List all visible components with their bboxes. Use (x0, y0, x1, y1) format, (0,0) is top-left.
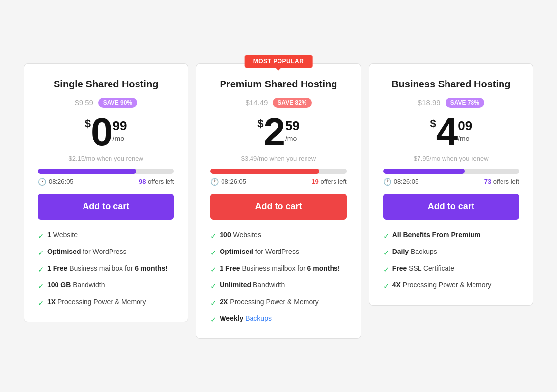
feature-item-business-0: ✓ All Benefits From Premium (383, 230, 519, 241)
progress-bar-container-single (38, 169, 174, 174)
plan-title-premium: Premium Shared Hosting (210, 79, 346, 90)
feature-item-business-3: ✓ 4X Processing Power & Memory (383, 280, 519, 291)
renew-text-business: $7.95/mo when you renew (383, 155, 519, 162)
check-icon-premium-0: ✓ (210, 231, 217, 241)
check-icon-business-2: ✓ (383, 264, 390, 275)
check-icon-premium-3: ✓ (210, 281, 217, 291)
check-icon-single-1: ✓ (38, 248, 44, 258)
feature-item-premium-1: ✓ Optimised for WordPress (210, 247, 346, 258)
save-badge-single: SAVE 90% (98, 98, 137, 108)
plan-title-single: Single Shared Hosting (38, 79, 174, 90)
progress-bar-business (383, 169, 465, 174)
renew-text-premium: $3.49/mo when you renew (210, 155, 346, 162)
clock-icon-business: 🕐 (383, 178, 391, 186)
feature-item-premium-4: ✓ 2X Processing Power & Memory (210, 297, 346, 308)
original-price-premium: $14.49 (245, 98, 268, 107)
card-premium: MOST POPULARPremium Shared Hosting $14.4… (196, 63, 361, 339)
check-icon-business-3: ✓ (383, 281, 390, 291)
offers-left-premium: 19 offers left (311, 178, 346, 185)
price-cents-premium: 59 (285, 118, 300, 134)
timer-value-business: 08:26:05 (394, 178, 419, 185)
price-cents-mo-business: 09 /mo (458, 112, 472, 142)
feature-text-single-4: 1X Processing Power & Memory (47, 297, 146, 307)
price-cents-single: 99 (113, 118, 127, 134)
timer-left-business: 🕐 08:26:05 (383, 178, 419, 186)
add-to-cart-btn-business[interactable]: Add to cart (383, 194, 519, 220)
feature-text-business-2: Free SSL Certificate (392, 264, 454, 274)
price-display-business: $ 4 09 /mo (383, 112, 519, 152)
feature-list-business: ✓ All Benefits From Premium ✓ Daily Back… (383, 230, 519, 291)
check-icon-single-4: ✓ (38, 298, 44, 308)
price-cents-mo-single: 99 /mo (113, 112, 127, 142)
check-icon-single-3: ✓ (38, 281, 44, 291)
feature-link-premium-5[interactable]: Backups (243, 314, 272, 322)
check-icon-single-0: ✓ (38, 231, 44, 241)
feature-item-premium-5: ✓ Weekly Backups (210, 314, 346, 325)
clock-icon-single: 🕐 (38, 178, 46, 186)
card-business: Business Shared Hosting $18.99 SAVE 78% … (369, 63, 533, 306)
card-single: Single Shared Hosting $9.59 SAVE 90% $ 0… (24, 63, 188, 322)
pricing-wrapper: Single Shared Hosting $9.59 SAVE 90% $ 0… (10, 44, 547, 349)
plan-title-business: Business Shared Hosting (383, 79, 519, 90)
feature-text-premium-5: Weekly Backups (220, 314, 272, 324)
price-main-business: 4 (436, 112, 458, 152)
progress-bar-container-premium (210, 169, 346, 174)
price-dollar-single: $ (85, 117, 91, 130)
timer-left-premium: 🕐 08:26:05 (210, 178, 246, 186)
timer-value-single: 08:26:05 (49, 178, 74, 185)
feature-text-premium-1: Optimised for WordPress (220, 247, 299, 257)
price-display-single: $ 0 99 /mo (38, 112, 174, 152)
feature-item-single-0: ✓ 1 Website (38, 230, 174, 241)
price-row-single: $9.59 SAVE 90% (38, 98, 174, 108)
check-icon-premium-4: ✓ (210, 298, 217, 308)
price-main-premium: 2 (263, 112, 285, 152)
feature-text-business-1: Daily Backups (392, 247, 437, 257)
feature-text-premium-0: 100 Websites (220, 230, 261, 240)
price-main-single: 0 (91, 112, 113, 152)
check-icon-premium-5: ✓ (210, 314, 217, 325)
price-mo-premium: /mo (285, 135, 300, 142)
feature-item-single-4: ✓ 1X Processing Power & Memory (38, 297, 174, 308)
check-icon-premium-2: ✓ (210, 264, 217, 275)
original-price-single: $9.59 (75, 98, 93, 107)
price-cents-business: 09 (458, 118, 472, 134)
progress-bar-container-business (383, 169, 519, 174)
feature-list-single: ✓ 1 Website ✓ Optimised for WordPress ✓ … (38, 230, 174, 308)
price-dollar-business: $ (430, 117, 436, 130)
feature-list-premium: ✓ 100 Websites ✓ Optimised for WordPress… (210, 230, 346, 325)
feature-text-single-2: 1 Free Business mailbox for 6 months! (47, 264, 167, 274)
save-badge-business: SAVE 78% (446, 98, 484, 108)
price-row-premium: $14.49 SAVE 82% (210, 98, 346, 108)
original-price-business: $18.99 (418, 98, 441, 107)
clock-icon-premium: 🕐 (210, 178, 219, 186)
check-icon-premium-1: ✓ (210, 248, 217, 258)
offers-left-single: 98 offers left (139, 178, 174, 185)
feature-text-single-0: 1 Website (47, 230, 78, 240)
feature-item-business-2: ✓ Free SSL Certificate (383, 264, 519, 275)
feature-text-premium-4: 2X Processing Power & Memory (220, 297, 319, 307)
feature-text-premium-3: Unlimited Bandwidth (220, 280, 285, 290)
add-to-cart-btn-premium[interactable]: Add to cart (210, 194, 346, 220)
feature-text-business-3: 4X Processing Power & Memory (392, 280, 492, 290)
feature-item-single-2: ✓ 1 Free Business mailbox for 6 months! (38, 264, 174, 275)
feature-item-single-1: ✓ Optimised for WordPress (38, 247, 174, 258)
feature-item-premium-2: ✓ 1 Free Business mailbox for 6 months! (210, 264, 346, 275)
most-popular-badge: MOST POPULAR (245, 55, 313, 68)
feature-text-business-0: All Benefits From Premium (392, 230, 481, 240)
timer-row-business: 🕐 08:26:05 73 offers left (383, 178, 519, 186)
check-icon-business-0: ✓ (383, 231, 390, 241)
price-mo-single: /mo (113, 135, 127, 142)
feature-item-premium-3: ✓ Unlimited Bandwidth (210, 280, 346, 291)
feature-item-premium-0: ✓ 100 Websites (210, 230, 346, 241)
save-badge-premium: SAVE 82% (273, 98, 311, 108)
price-row-business: $18.99 SAVE 78% (383, 98, 519, 108)
add-to-cart-btn-single[interactable]: Add to cart (38, 194, 174, 220)
offers-left-business: 73 offers left (484, 178, 519, 185)
price-cents-mo-premium: 59 /mo (285, 112, 300, 142)
price-dollar-premium: $ (257, 117, 263, 130)
renew-text-single: $2.15/mo when you renew (38, 155, 174, 162)
feature-text-single-3: 100 GB Bandwidth (47, 280, 105, 290)
feature-item-business-1: ✓ Daily Backups (383, 247, 519, 258)
check-icon-single-2: ✓ (38, 264, 44, 275)
price-display-premium: $ 2 59 /mo (210, 112, 346, 152)
